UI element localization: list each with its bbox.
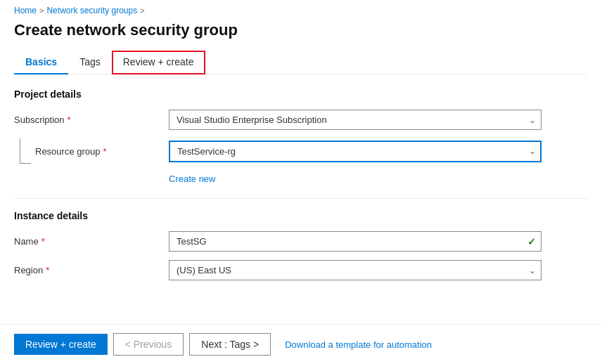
previous-button[interactable]: < Previous — [113, 333, 184, 356]
subscription-select-wrapper: Visual Studio Enterprise Subscription ⌄ — [169, 110, 542, 130]
breadcrumb-sep1: > — [39, 6, 44, 15]
name-row: Name * TestSG ✓ — [14, 231, 588, 252]
project-details-title: Project details — [14, 89, 588, 100]
breadcrumb-sep2: > — [140, 6, 144, 15]
tab-review-create[interactable]: Review + create — [112, 51, 205, 74]
instance-details-section: Instance details Name * TestSG ✓ — [14, 210, 588, 280]
review-create-button[interactable]: Review + create — [14, 334, 108, 355]
region-label: Region * — [14, 265, 169, 275]
indent-line — [20, 138, 31, 164]
next-tags-button[interactable]: Next : Tags > — [189, 333, 271, 356]
breadcrumb: Home > Network security groups > — [0, 0, 602, 18]
section-divider — [14, 198, 588, 199]
region-control: (US) East US ⌄ — [169, 260, 542, 280]
subscription-control: Visual Studio Enterprise Subscription ⌄ — [169, 110, 542, 130]
tab-tags[interactable]: Tags — [68, 51, 112, 74]
region-required: * — [46, 265, 49, 275]
tab-bar: Basics Tags Review + create — [14, 51, 588, 74]
subscription-row: Subscription * Visual Studio Enterprise … — [14, 110, 588, 130]
subscription-select[interactable]: Visual Studio Enterprise Subscription — [169, 110, 542, 130]
resource-group-select[interactable]: TestService-rg — [169, 141, 542, 162]
create-new-link[interactable]: Create new — [169, 174, 215, 184]
name-required: * — [41, 236, 45, 247]
page-title: Create network security group — [0, 18, 602, 51]
resource-group-select-wrapper: TestService-rg ⌄ — [169, 141, 542, 162]
region-select[interactable]: (US) East US — [169, 260, 542, 280]
name-select-wrapper: TestSG ✓ — [169, 231, 542, 252]
region-row: Region * (US) East US ⌄ — [14, 260, 588, 280]
subscription-label: Subscription * — [14, 115, 169, 125]
footer: Review + create < Previous Next : Tags >… — [0, 324, 602, 364]
project-details-section: Project details Subscription * Visual St… — [14, 89, 588, 184]
resource-group-label: Resource group — [35, 146, 101, 157]
name-label: Name * — [14, 236, 169, 247]
resource-group-label-wrapper: Resource group * — [14, 138, 169, 164]
resource-group-row-wrapper: Resource group * TestService-rg ⌄ Create — [14, 138, 588, 184]
resource-group-control: TestService-rg ⌄ — [169, 141, 542, 162]
region-select-wrapper: (US) East US ⌄ — [169, 260, 542, 280]
instance-details-title: Instance details — [14, 210, 588, 221]
breadcrumb-home[interactable]: Home — [14, 6, 37, 15]
resource-group-row: Resource group * TestService-rg ⌄ — [14, 138, 588, 164]
main-content: Basics Tags Review + create Project deta… — [0, 51, 602, 324]
tab-basics[interactable]: Basics — [14, 51, 68, 74]
name-select[interactable]: TestSG — [169, 231, 542, 252]
automation-link[interactable]: Download a template for automation — [285, 339, 432, 350]
breadcrumb-nsg[interactable]: Network security groups — [46, 6, 137, 15]
resource-group-required: * — [103, 146, 107, 157]
subscription-required: * — [68, 115, 71, 125]
name-control: TestSG ✓ — [169, 231, 542, 252]
